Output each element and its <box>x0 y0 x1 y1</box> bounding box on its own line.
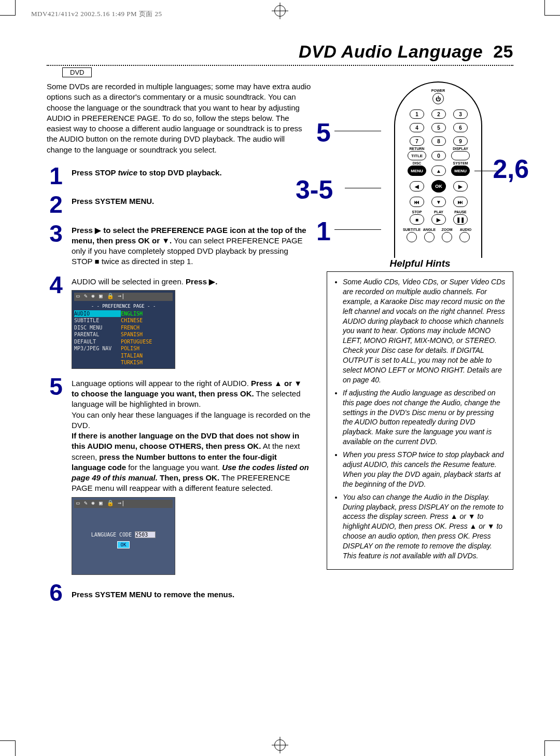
osd-row-l: SUBTITLE <box>74 317 121 324</box>
osd-row-l: AUDIO <box>74 310 121 318</box>
right-button[interactable]: ▶ <box>453 181 468 191</box>
display-button[interactable] <box>451 151 470 160</box>
step-6: 6 Press SYSTEM MENU to remove the menus. <box>47 582 311 603</box>
label-disc: DISC <box>413 161 422 165</box>
osd-icon: ▣ <box>99 293 103 300</box>
code-input[interactable] <box>135 531 156 538</box>
num-7[interactable]: 7 <box>410 136 424 146</box>
label-display: DISPLAY <box>453 147 468 150</box>
step-1: 1 Press STOP twice to stop DVD playback. <box>47 166 311 187</box>
osd-iconbar: ▭ ✎ ✺ ▣ 🔒 →| <box>74 500 173 508</box>
hint-item: When you press STOP twice to stop playba… <box>343 450 506 489</box>
label-zoom: ZOOM <box>442 228 453 231</box>
hints-title: Helpful Hints <box>327 258 513 269</box>
left-button[interactable]: ◀ <box>410 181 424 191</box>
osd-row-r: POLISH <box>121 345 139 352</box>
num-0[interactable]: 0 <box>431 151 446 160</box>
osd-icon: ✺ <box>91 500 95 507</box>
audio-button[interactable] <box>459 232 470 242</box>
num-6[interactable]: 6 <box>453 123 468 132</box>
label-stop: STOP <box>412 210 422 214</box>
step-2: 2 Press SYSTEM MENU. <box>47 194 311 215</box>
print-header: MDV421/411v2 2002.5.16 1:49 PM 页面 25 <box>31 9 162 19</box>
zoom-button[interactable] <box>442 232 452 242</box>
step-number: 2 <box>47 194 65 215</box>
osd-icon: →| <box>118 500 125 507</box>
pause-button[interactable]: ❚❚ <box>453 214 468 225</box>
s5-b4: Then, press OK. <box>158 473 219 482</box>
osd-row-r: ENGLISH <box>121 310 143 318</box>
dvd-chip: DVD <box>62 67 92 77</box>
osd-row-l <box>74 359 121 366</box>
step-number: 6 <box>47 582 65 603</box>
osd-header: - - PREFERENCE PAGE - - <box>74 302 173 310</box>
label-audio: AUDIO <box>460 228 472 231</box>
osd-icon: ▭ <box>76 500 80 507</box>
step-number: 4 <box>47 274 65 369</box>
step1-tail: to stop DVD playback. <box>137 168 222 177</box>
title-button[interactable]: TITLE <box>408 151 426 160</box>
osd-row-r: ITALIAN <box>121 352 143 360</box>
step-number: 5 <box>47 376 65 575</box>
osd-row-l <box>74 352 121 360</box>
osd-ok-button[interactable]: OK <box>117 541 130 548</box>
ok-button[interactable]: OK <box>431 180 446 193</box>
hints-box: Some Audio CDs, Video CDs, or Super Vide… <box>327 271 513 570</box>
num-5[interactable]: 5 <box>431 123 446 132</box>
num-8[interactable]: 8 <box>431 136 446 146</box>
s5-t5: for the language you want. <box>126 463 222 472</box>
s5-t3: You can only hear these languages if the… <box>72 410 311 430</box>
osd-row-l: PARENTAL <box>74 331 121 338</box>
label-return: RETURN <box>409 147 424 150</box>
play-button[interactable]: ▶ <box>431 214 446 225</box>
system-menu-button[interactable]: MENU <box>451 166 470 176</box>
osd-icon: 🔒 <box>107 500 114 507</box>
title-text: DVD Audio Language <box>299 42 483 61</box>
power-button[interactable]: ⏻ <box>432 93 444 104</box>
s5-t1: Language options will appear to the righ… <box>72 379 251 388</box>
step-number: 3 <box>47 223 65 267</box>
callout-2-6: 2,6 <box>493 154 529 184</box>
callout-3-5: 3-5 <box>296 175 333 205</box>
osd-preference-page: ▭ ✎ ✺ ▣ 🔒 →| - - PREFERENCE PAGE - - AUD… <box>72 290 175 369</box>
down-button[interactable]: ▼ <box>431 197 446 207</box>
osd-row-r: CHINESE <box>121 317 143 324</box>
lead-line <box>334 131 381 131</box>
hint-item: If adjusting the Audio language as descr… <box>343 388 506 447</box>
osd-icon: ✎ <box>84 293 88 300</box>
subtitle-button[interactable] <box>407 232 417 242</box>
step4-bold: Press ▶. <box>186 277 217 286</box>
angle-button[interactable] <box>424 232 435 242</box>
label-angle: ANGLE <box>423 228 436 231</box>
osd-icon: ✎ <box>84 500 88 507</box>
osd-row-l: DEFAULT <box>74 338 121 346</box>
divider-dots <box>47 65 513 66</box>
osd-icon: ▭ <box>76 293 80 300</box>
osd-row-l: DISC MENU <box>74 324 121 332</box>
num-2[interactable]: 2 <box>431 109 446 119</box>
num-9[interactable]: 9 <box>453 136 468 146</box>
num-1[interactable]: 1 <box>410 109 424 119</box>
osd-row-r: FRENCH <box>121 324 139 332</box>
prev-button[interactable]: ⏮ <box>410 197 424 207</box>
remote-illustration: POWER ⏻ 1 2 3 4 5 6 7 8 9 RETURN DISPLAY… <box>394 81 482 258</box>
callout-1: 1 <box>316 216 331 246</box>
hint-item: You also can change the Audio in the Dis… <box>343 492 506 561</box>
num-4[interactable]: 4 <box>410 123 424 132</box>
crop-mark-tr <box>544 0 560 16</box>
osd-row-r: SPANISH <box>121 331 143 338</box>
lead-line <box>345 188 381 188</box>
step-4: 4 AUDIO will be selected in green. Press… <box>47 274 311 369</box>
step4-text: AUDIO will be selected in green. <box>72 277 186 286</box>
osd-iconbar: ▭ ✎ ✺ ▣ 🔒 →| <box>74 293 173 301</box>
disc-menu-button[interactable]: MENU <box>408 166 426 176</box>
num-3[interactable]: 3 <box>453 109 468 119</box>
stop-button[interactable]: ■ <box>410 214 424 225</box>
label-pause: PAUSE <box>454 210 467 214</box>
callout-5: 5 <box>316 118 331 148</box>
next-button[interactable]: ⏭ <box>453 197 468 207</box>
page-title: DVD Audio Language 25 <box>47 42 513 62</box>
crop-mark-tl <box>0 0 16 16</box>
up-button[interactable]: ▲ <box>431 166 446 176</box>
step1-bold: Press STOP <box>72 168 118 177</box>
